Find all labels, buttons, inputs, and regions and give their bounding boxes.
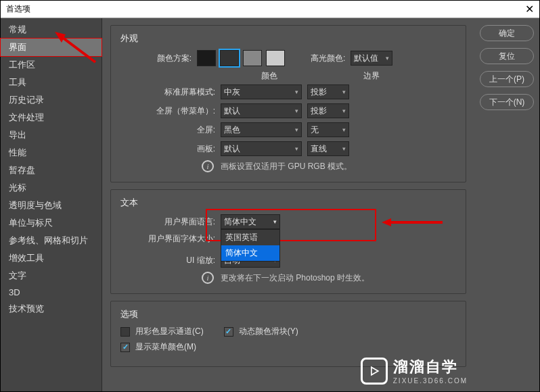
ok-button[interactable]: 确定 <box>480 25 534 41</box>
reset-button[interactable]: 复位 <box>480 48 534 64</box>
full-border[interactable]: 无▾ <box>307 122 349 137</box>
sidebar-item-interface[interactable]: 界面 <box>1 39 102 56</box>
sidebar-item-performance[interactable]: 性能 <box>1 144 102 162</box>
close-icon[interactable]: ✕ <box>525 3 534 16</box>
full-menu-color[interactable]: 默认▾ <box>221 103 302 118</box>
ui-zoom-label: UI 缩放: <box>120 255 215 266</box>
highlight-select[interactable]: 默认值▾ <box>351 51 392 66</box>
appearance-info: 画板设置仅适用于 GPU RGB 模式。 <box>221 161 352 172</box>
lang-option-en[interactable]: 英国英语 <box>221 230 279 245</box>
text-info: 更改将在下一次启动 Photoshop 时生效。 <box>221 272 369 284</box>
ui-lang-menu: 英国英语 简体中文 <box>221 229 280 262</box>
sidebar-item-file[interactable]: 文件处理 <box>1 109 102 126</box>
swatch-light[interactable] <box>266 50 285 66</box>
svg-marker-4 <box>372 367 378 375</box>
lang-option-cn[interactable]: 简体中文 <box>221 245 279 261</box>
artboard-border[interactable]: 直线▾ <box>307 141 349 156</box>
col-color: 颜色 <box>229 70 310 82</box>
sidebar-item-tools[interactable]: 工具 <box>1 74 102 91</box>
appearance-title: 外观 <box>120 32 456 45</box>
swatch-dark[interactable] <box>220 50 239 66</box>
titlebar: 首选项 ✕ <box>1 1 539 18</box>
sidebar-item-transparency[interactable]: 透明度与色域 <box>1 197 102 214</box>
artboard-color[interactable]: 默认▾ <box>221 141 302 156</box>
sidebar-item-export[interactable]: 导出 <box>1 126 102 144</box>
checkbox-color-channels[interactable] <box>120 327 130 337</box>
sidebar-item-units[interactable]: 单位与标尺 <box>1 214 102 232</box>
color-scheme-label: 颜色方案: <box>120 53 192 64</box>
ui-lang-label: 用户界面语言: <box>120 216 215 228</box>
sidebar-item-cursor[interactable]: 光标 <box>1 179 102 197</box>
full-menu-label: 全屏（带菜单）: <box>120 105 215 117</box>
sidebar: 常规 界面 工作区 工具 历史记录 文件处理 导出 性能 暂存盘 光标 透明度与… <box>1 18 102 391</box>
info-icon: i <box>202 160 214 172</box>
sidebar-item-general[interactable]: 常规 <box>1 21 102 39</box>
text-title: 文本 <box>120 197 456 209</box>
sidebar-item-workspace[interactable]: 工作区 <box>1 56 102 74</box>
sidebar-item-type[interactable]: 文字 <box>1 267 102 285</box>
color-channels-label: 用彩色显示通道(C) <box>135 326 204 337</box>
dynamic-sliders-label: 动态颜色滑块(Y) <box>239 326 298 337</box>
watermark: 溜溜自学 ZIXUE.3D66.COM <box>361 357 468 385</box>
sidebar-item-3d[interactable]: 3D <box>1 285 102 300</box>
full-menu-border[interactable]: 投影▾ <box>307 103 349 118</box>
sidebar-item-plugins[interactable]: 增效工具 <box>1 249 102 267</box>
font-size-label: 用户界面字体大小: <box>120 233 215 245</box>
std-screen-label: 标准屏幕模式: <box>120 87 215 98</box>
right-panel: 确定 复位 上一个(P) 下一个(N) <box>474 18 539 391</box>
options-title: 选项 <box>120 308 456 320</box>
swatch-darkest[interactable] <box>197 50 216 66</box>
sidebar-item-guides[interactable]: 参考线、网格和切片 <box>1 232 102 249</box>
prev-button[interactable]: 上一个(P) <box>480 71 534 87</box>
swatch-mid[interactable] <box>243 50 262 66</box>
col-border: 边界 <box>351 70 392 82</box>
color-scheme-swatches <box>197 50 285 66</box>
watermark-en: ZIXUE.3D66.COM <box>393 377 468 385</box>
menu-colors-label: 显示菜单颜色(M) <box>135 341 196 353</box>
full-label: 全屏: <box>120 124 215 136</box>
next-button[interactable]: 下一个(N) <box>480 94 534 110</box>
window-title: 首选项 <box>6 3 30 15</box>
checkbox-menu-colors[interactable] <box>120 343 130 352</box>
ui-lang-select[interactable]: 简体中文▾ 英国英语 简体中文 <box>221 214 280 229</box>
highlight-label: 高光颜色: <box>311 53 345 64</box>
std-screen-border[interactable]: 投影▾ <box>307 84 349 99</box>
watermark-logo-icon <box>361 358 388 385</box>
sidebar-item-scratch[interactable]: 暂存盘 <box>1 162 102 179</box>
std-screen-color[interactable]: 中灰▾ <box>221 84 302 99</box>
checkbox-dynamic-sliders[interactable] <box>224 327 233 337</box>
artboard-label: 画板: <box>120 143 215 155</box>
appearance-section: 外观 颜色方案: 高光颜色: 默认值▾ 颜色 <box>110 25 466 182</box>
sidebar-item-history[interactable]: 历史记录 <box>1 91 102 109</box>
full-color[interactable]: 黑色▾ <box>221 122 302 137</box>
watermark-cn: 溜溜自学 <box>393 357 468 377</box>
info-icon: i <box>202 272 214 284</box>
text-section: 文本 用户界面语言: 简体中文▾ 英国英语 简体中文 用户界面字体大小: <box>110 189 466 294</box>
content: 外观 颜色方案: 高光颜色: 默认值▾ 颜色 <box>102 18 474 391</box>
sidebar-item-techpreview[interactable]: 技术预览 <box>1 300 102 318</box>
